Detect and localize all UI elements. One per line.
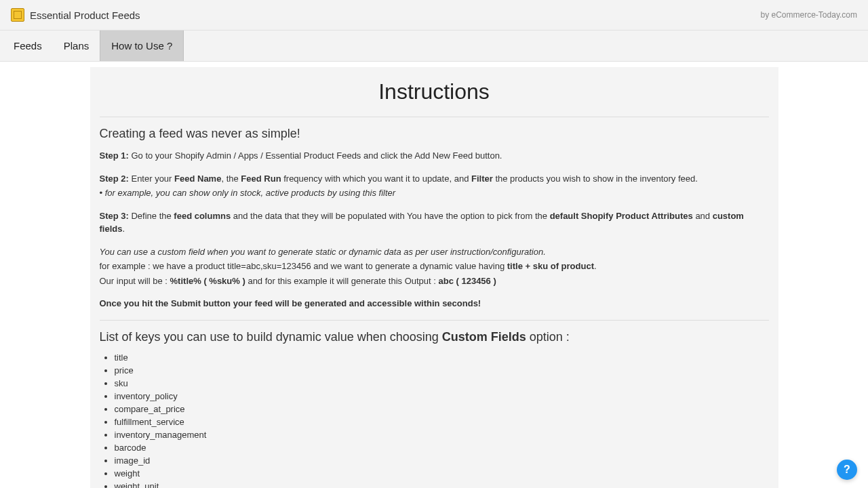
list-item: compare_at_price (115, 404, 769, 414)
page-title: Instructions (100, 79, 769, 104)
help-icon[interactable]: ? (837, 460, 857, 480)
app-icon (11, 8, 24, 22)
step-2: Step 2: Enter your Feed Name, the Feed R… (100, 172, 769, 186)
tab-how-to-use[interactable]: How to Use ? (100, 30, 184, 61)
keys-list: title price sku inventory_policy compare… (100, 352, 769, 489)
step-1-text: Go to your Shopify Admin / Apps / Essent… (129, 150, 502, 161)
step-3-label: Step 3: (100, 211, 129, 221)
list-item: sku (115, 378, 769, 388)
list-item: fulfillment_service (115, 417, 769, 427)
tab-feeds[interactable]: Feeds (3, 30, 53, 61)
list-item: image_id (115, 455, 769, 466)
list-item: inventory_management (115, 430, 769, 440)
app-title: Essential Product Feeds (30, 9, 140, 21)
divider (100, 117, 769, 117)
tab-plans[interactable]: Plans (53, 30, 100, 61)
custom-field-example-1: for example : we have a product title=ab… (100, 260, 769, 273)
submit-note: Once you hit the Submit button your feed… (100, 297, 769, 310)
instructions-panel: Instructions Creating a feed was never a… (90, 67, 778, 488)
subheading-creating: Creating a feed was never as simple! (100, 127, 769, 141)
custom-field-example-2: Our input will be : %title% ( %sku% ) an… (100, 274, 769, 288)
step-1: Step 1: Go to your Shopify Admin / Apps … (100, 149, 769, 163)
step-2-example: • for example, you can show only in stoc… (100, 186, 769, 200)
list-item: weight_unit (115, 481, 769, 489)
header-left: Essential Product Feeds (11, 8, 140, 22)
list-item: barcode (115, 443, 769, 453)
keys-heading: List of keys you can use to build dynami… (100, 330, 769, 344)
step-3: Step 3: Define the feed columns and the … (100, 209, 769, 236)
app-header: Essential Product Feeds by eCommerce-Tod… (0, 0, 868, 30)
divider (100, 320, 769, 321)
byline: by eCommerce-Today.com (761, 10, 858, 20)
step-1-label: Step 1: (100, 150, 129, 161)
tab-bar: Feeds Plans How to Use ? (0, 30, 868, 62)
list-item: inventory_policy (115, 391, 769, 401)
step-2-label: Step 2: (100, 174, 129, 184)
list-item: title (115, 352, 769, 363)
custom-field-intro: You can use a custom field when you want… (100, 245, 769, 259)
list-item: price (115, 365, 769, 375)
list-item: weight (115, 468, 769, 479)
content-area: Instructions Creating a feed was never a… (0, 62, 868, 488)
